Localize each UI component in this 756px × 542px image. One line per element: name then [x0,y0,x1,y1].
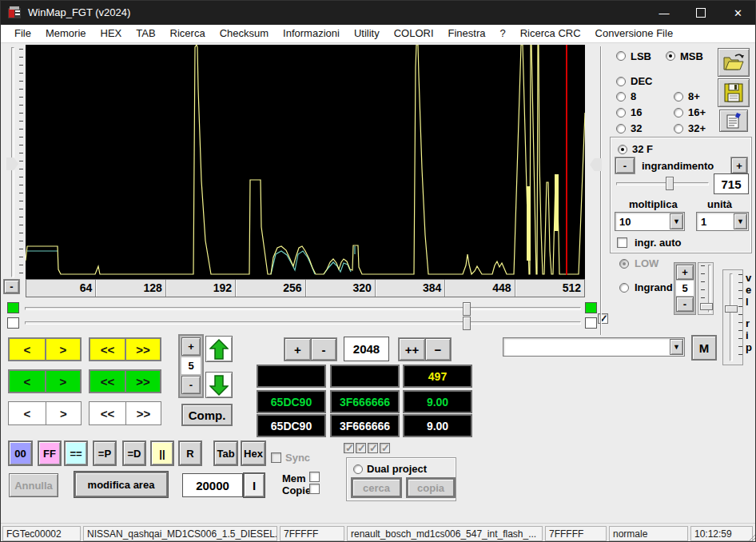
increment-fast-button[interactable]: ++ [399,338,425,361]
vertical-scale-thumb[interactable] [6,157,18,170]
save-file-button[interactable] [718,78,750,107]
hex-button[interactable]: Hex [241,441,265,465]
size16-radio[interactable] [616,108,626,118]
resize-grip[interactable] [746,532,756,542]
grid-address-current: 65DC90 [271,396,312,408]
equal-p-button[interactable]: =P [94,441,116,465]
zoom-out-button[interactable]: - [615,157,635,173]
value-down-button[interactable] [205,372,233,398]
step-plus-button[interactable]: + [181,337,201,356]
r-button[interactable]: R [179,441,201,465]
m-button[interactable]: M [691,335,717,361]
equal-button[interactable]: == [65,441,87,465]
nav-green-prev-fast[interactable]: << [89,369,126,393]
close-button[interactable]: ✕ [719,1,756,25]
i-button[interactable]: I [244,473,265,497]
size8-radio[interactable] [616,92,626,102]
position-slider-b[interactable] [25,321,581,325]
zoom-slider[interactable] [616,182,709,185]
minimize-button[interactable]: — [646,1,682,25]
marker-link-checkbox[interactable] [598,313,608,324]
unita-select[interactable]: 1 ▼ [696,212,749,231]
nav-yellow-next[interactable]: > [46,337,82,361]
decrement-button[interactable]: - [311,338,336,361]
mini-slider-thumb[interactable] [700,303,713,310]
area-size-input[interactable]: 20000 [182,473,243,497]
nav-white-next[interactable]: > [46,401,82,425]
ingrand-radio[interactable] [619,283,629,293]
nav-yellow-next-fast[interactable]: >> [126,337,161,361]
nav-green-next-fast[interactable]: >> [126,369,161,393]
size8p-radio[interactable] [674,92,683,102]
copie-checkbox[interactable] [309,484,320,494]
size16p-radio[interactable] [674,108,683,118]
position-slider-b-thumb[interactable] [463,317,471,330]
dec-radio[interactable] [616,77,626,86]
menu-file[interactable]: File [7,25,38,42]
menu-colori[interactable]: COLORI [387,25,441,42]
nav-green-prev[interactable]: < [8,369,46,393]
nav-green-next[interactable]: > [46,369,82,393]
menu-checksum[interactable]: Checksum [213,25,276,42]
size32f-radio[interactable] [618,145,627,154]
zoom-slider-thumb[interactable] [590,158,602,171]
menu-hex[interactable]: HEX [94,25,129,42]
tab-button[interactable]: Tab [214,441,237,465]
maximize-button[interactable] [682,1,719,25]
decrement-fast-button[interactable]: − [425,338,451,361]
menu-tab[interactable]: TAB [129,25,162,42]
ingrand-plus-button[interactable]: + [676,265,694,280]
menu-memorie[interactable]: Memorie [38,25,94,42]
vertical-scale-slider[interactable] [4,46,23,280]
moltiplica-select[interactable]: 10 ▼ [615,212,685,231]
nav-white-next-fast[interactable]: >> [126,401,161,425]
mem-checkbox[interactable] [309,472,320,482]
ingrand-minus-button[interactable]: - [676,297,694,312]
modifica-area-button[interactable]: modifica area [74,472,168,497]
step-size-value[interactable]: 2048 [344,337,389,361]
map-dropdown-icon[interactable]: ▼ [670,339,683,355]
menu-conversione-file[interactable]: Conversione File [588,25,681,42]
menu-ricerca[interactable]: Ricerca [163,25,213,42]
fill-ff-button[interactable]: FF [38,441,61,465]
memory-graph[interactable] [26,45,585,279]
position-slider-a-thumb[interactable] [463,302,471,316]
nav-white-prev-fast[interactable]: << [89,401,126,425]
nav-yellow-prev[interactable]: < [8,337,46,361]
open-file-button[interactable] [718,48,750,77]
lsb-radio[interactable] [616,51,626,61]
step-value: 5 [181,357,201,374]
zoom-in-button[interactable]: + [731,157,747,173]
dual-project-radio[interactable] [353,464,363,474]
map-combobox[interactable]: ▼ [503,337,685,357]
zoom-slider-handle[interactable] [666,177,674,190]
menu-finestra[interactable]: Finestra [441,25,493,42]
nav-white-prev[interactable]: < [8,401,46,425]
menu-ricerca-crc[interactable]: Ricerca CRC [513,25,588,42]
position-slider-a[interactable] [25,307,581,310]
value-up-button[interactable] [205,336,233,362]
unita-dropdown-icon[interactable]: ▼ [734,213,747,229]
vel-rip-groove[interactable] [730,273,733,361]
report-button[interactable] [719,110,748,132]
pipe-button[interactable]: || [151,441,173,465]
menu-help[interactable]: ? [493,25,513,42]
mem-label: Mem [282,472,306,484]
increment-button[interactable]: + [284,338,311,361]
size32-radio[interactable] [616,124,626,134]
msb-radio[interactable] [666,51,675,61]
ingr-auto-checkbox[interactable] [617,237,627,248]
ingrand-mini-slider[interactable] [698,262,714,315]
fill-00-button[interactable]: 00 [9,441,32,465]
collapse-button[interactable]: - [4,280,19,293]
step-minus-button[interactable]: - [181,376,201,394]
size32p-radio[interactable] [674,124,683,134]
vel-rip-thumb[interactable] [725,305,738,313]
menu-informazioni[interactable]: Informazioni [276,25,347,42]
nav-yellow-prev-fast[interactable]: << [89,337,126,361]
menu-utility[interactable]: Utility [347,25,387,42]
comp-button[interactable]: Comp. [181,404,233,426]
equal-d-button[interactable]: =D [123,441,145,465]
vel-rip-slider[interactable] [722,269,743,365]
moltiplica-dropdown-icon[interactable]: ▼ [670,213,683,229]
